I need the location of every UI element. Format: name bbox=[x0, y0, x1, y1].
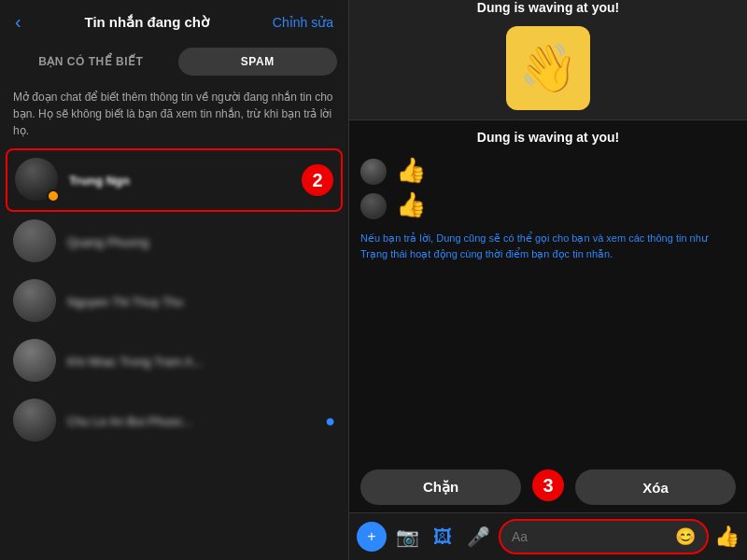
contact-info-2: Quang Phuong bbox=[67, 235, 335, 249]
emoji-button[interactable]: 😊 bbox=[675, 526, 696, 547]
chat-messages: Dung is waving at you! 👍 👍 Nếu bạn trả l… bbox=[349, 120, 747, 462]
chat-wave-area: Dung is waving at you! 👋 bbox=[349, 0, 747, 120]
contact-list: Trung Ngn 2 Quang Phuong Nguyen bbox=[0, 148, 348, 560]
contact-info-4: Khi Nhac Trong Tram A... bbox=[67, 355, 335, 369]
contact-name-3: Nguyen Thi Thuy Thu bbox=[67, 295, 335, 309]
camera-button[interactable]: 📷 bbox=[392, 522, 422, 552]
msg-row-2: 👍 bbox=[360, 190, 736, 219]
avatar-4 bbox=[13, 339, 58, 384]
page-title: Tin nhắn đang chờ bbox=[84, 14, 209, 31]
contact-name-2: Quang Phuong bbox=[67, 235, 335, 249]
contact-item-4[interactable]: Khi Nhac Trong Tram A... bbox=[0, 331, 348, 391]
msg-avatar-1 bbox=[360, 159, 387, 185]
plus-button[interactable]: + bbox=[357, 522, 387, 552]
wave-text-top: Dung is waving at you! bbox=[477, 0, 619, 15]
contact-name-4: Khi Nhac Trong Tram A... bbox=[67, 355, 335, 369]
block-button[interactable]: Chặn bbox=[360, 469, 521, 505]
avatar-3 bbox=[13, 279, 58, 324]
avatar-2 bbox=[13, 219, 58, 264]
contact-info-3: Nguyen Thi Thuy Thu bbox=[67, 295, 335, 309]
contact-info-5: Chu Le An Bui Phuoc... bbox=[67, 414, 325, 428]
thumbs-up-1: 👍 bbox=[396, 156, 426, 185]
status-dot-1 bbox=[47, 189, 60, 203]
left-header: ‹ Tin nhắn đang chờ Chỉnh sửa bbox=[0, 0, 348, 44]
thumbs-up-2: 👍 bbox=[396, 190, 426, 219]
contact-item-2[interactable]: Quang Phuong bbox=[0, 212, 348, 272]
back-button[interactable]: ‹ bbox=[15, 11, 21, 33]
contact-name-5: Chu Le An Bui Phuoc... bbox=[67, 414, 325, 428]
wave-text-bottom: Dung is waving at you! bbox=[360, 130, 736, 145]
contact-info-1: Trung Ngn bbox=[69, 174, 302, 188]
avatar-1 bbox=[15, 158, 60, 203]
avatar-5 bbox=[13, 399, 58, 443]
info-text-1: Nếu bạn trả lời, bbox=[360, 232, 433, 244]
dung-name-link: Dung bbox=[436, 232, 463, 244]
message-input-wrap: 😊 bbox=[499, 519, 709, 554]
mic-button[interactable]: 🎤 bbox=[463, 522, 493, 552]
blue-dot-icon: ● bbox=[325, 412, 335, 431]
info-block: Nếu bạn trả lời, Dung cũng sẽ có thể gọi… bbox=[360, 225, 736, 267]
wave-emoji: 👋 bbox=[506, 26, 590, 110]
action-row: Chặn 3 Xóa bbox=[349, 462, 747, 512]
edit-button[interactable]: Chỉnh sửa bbox=[273, 15, 333, 30]
tab-spam[interactable]: SPAM bbox=[178, 48, 338, 76]
input-bar: + 📷 🖼 🎤 😊 👍 bbox=[349, 512, 747, 560]
info-description: Mở đoạn chat để biết thêm thông tin về n… bbox=[0, 83, 348, 148]
delete-button[interactable]: Xóa bbox=[575, 469, 736, 505]
contact-item-1[interactable]: Trung Ngn 2 bbox=[6, 148, 343, 212]
annotation-2: 2 bbox=[302, 164, 333, 196]
contact-item-3[interactable]: Nguyen Thi Thuy Thu bbox=[0, 272, 348, 331]
contact-name-1: Trung Ngn bbox=[69, 174, 302, 188]
tab-row: BẠN CÓ THỂ BIẾT SPAM bbox=[0, 44, 348, 83]
message-input[interactable] bbox=[512, 529, 675, 544]
right-panel: Dung is waving at you! 👋 Dung is waving … bbox=[349, 0, 747, 560]
msg-avatar-2 bbox=[360, 193, 387, 219]
msg-row-1: 👍 bbox=[360, 156, 736, 185]
like-button[interactable]: 👍 bbox=[714, 525, 740, 549]
contact-item-5[interactable]: Chu Le An Bui Phuoc... ● bbox=[0, 391, 348, 451]
tab-you-may-know[interactable]: BẠN CÓ THỂ BIẾT bbox=[11, 48, 171, 76]
left-panel: ‹ Tin nhắn đang chờ Chỉnh sửa BẠN CÓ THỂ… bbox=[0, 0, 349, 560]
photo-button[interactable]: 🖼 bbox=[428, 522, 458, 552]
annotation-3: 3 bbox=[532, 469, 564, 501]
